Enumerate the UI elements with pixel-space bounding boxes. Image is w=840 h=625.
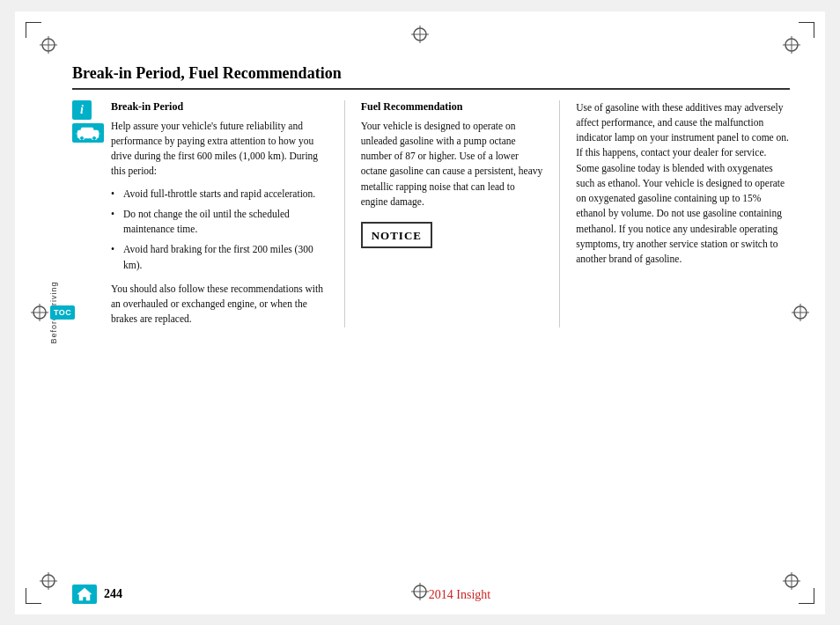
- page-title-area: Break-in Period, Fuel Recommendation: [72, 64, 790, 90]
- notice-box: NOTICE: [361, 222, 432, 248]
- col2-heading: Fuel Recommendation: [361, 100, 544, 114]
- reg-mark-ml: [31, 304, 48, 321]
- col1-intro: Help assure your vehicle's future reliab…: [111, 119, 328, 180]
- col2-text: Your vehicle is designed to operate on u…: [361, 119, 544, 210]
- reg-mark-tl: [40, 36, 57, 54]
- main-content: Break-in Period, Fuel Recommendation i: [72, 64, 790, 562]
- col1-bullets: Avoid full-throttle starts and rapid acc…: [111, 187, 328, 273]
- svg-marker-29: [77, 588, 92, 600]
- corner-mark-bl: [26, 588, 41, 604]
- reg-mark-bl: [40, 572, 57, 590]
- home-icon[interactable]: [72, 585, 97, 604]
- bullet-2: Do not change the oil until the schedule…: [111, 207, 328, 238]
- reg-mark-mr: [792, 304, 809, 321]
- col1-icons: i: [72, 100, 104, 327]
- reg-mark-tc: [411, 26, 429, 43]
- page: Before Driving TOC Break-in Period, Fuel…: [15, 11, 825, 614]
- col1-follow: You should also follow these recommendat…: [111, 282, 328, 327]
- footer: 244 2014 Insight: [72, 585, 790, 604]
- info-icon: i: [72, 100, 92, 120]
- col1-text-area: Break-in Period Help assure your vehicle…: [111, 100, 328, 327]
- corner-mark-br: [799, 588, 814, 604]
- col1: i Break-in P: [72, 100, 345, 327]
- col1-inner: i Break-in P: [72, 100, 328, 327]
- corner-mark-tr: [799, 22, 814, 38]
- col3: Use of gasoline with these additives may…: [560, 100, 790, 327]
- svg-point-27: [92, 136, 97, 140]
- footer-center: 2014 Insight: [129, 586, 790, 602]
- bullet-1: Avoid full-throttle starts and rapid acc…: [111, 187, 328, 202]
- columns: i Break-in P: [72, 100, 790, 327]
- svg-point-26: [80, 136, 85, 140]
- reg-mark-tr: [783, 36, 800, 54]
- col2: Fuel Recommendation Your vehicle is desi…: [345, 100, 561, 327]
- bullet-3: Avoid hard braking for the first 200 mil…: [111, 242, 328, 273]
- car-icon: [72, 123, 104, 143]
- svg-rect-25: [81, 128, 93, 134]
- notice-text: NOTICE: [372, 229, 422, 242]
- page-number: 244: [104, 587, 122, 601]
- footer-title: 2014 Insight: [429, 588, 490, 601]
- page-title: Break-in Period, Fuel Recommendation: [72, 64, 342, 82]
- col1-heading: Break-in Period: [111, 100, 328, 114]
- col3-text: Use of gasoline with these additives may…: [576, 100, 790, 268]
